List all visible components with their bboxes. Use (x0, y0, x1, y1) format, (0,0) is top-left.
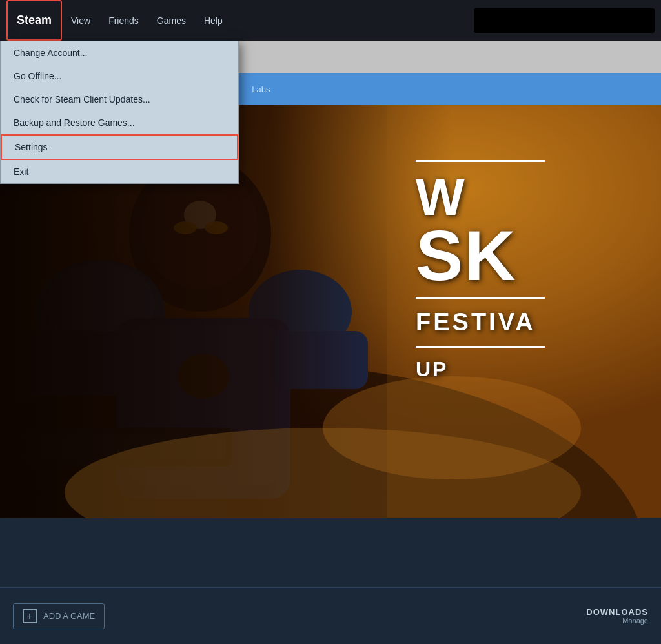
view-menu[interactable]: View (62, 0, 99, 41)
downloads-manage-label: Manage (586, 617, 648, 625)
hero-top-divider (416, 160, 545, 162)
settings-item[interactable]: Settings (1, 134, 238, 160)
hero-text-area: W SK FESTIVA UP (403, 137, 661, 394)
add-game-plus-icon: + (23, 609, 37, 623)
help-menu[interactable]: Help (195, 0, 232, 41)
user-account-area (474, 8, 655, 33)
go-offline-item[interactable]: Go Offline... (1, 65, 238, 88)
title-bar: Steam View Friends Games Help (0, 0, 661, 41)
exit-item[interactable]: Exit (1, 160, 238, 183)
backup-restore-item[interactable]: Backup and Restore Games... (1, 111, 238, 134)
games-menu[interactable]: Games (148, 0, 195, 41)
add-game-button[interactable]: + ADD A GAME (13, 603, 105, 629)
downloads-label: DOWNLOADS (586, 607, 648, 617)
bottom-bar: + ADD A GAME DOWNLOADS Manage (0, 587, 661, 644)
friends-menu[interactable]: Friends (99, 0, 148, 41)
add-game-label: ADD A GAME (43, 611, 95, 621)
hero-bottom-divider (416, 346, 545, 348)
change-account-item[interactable]: Change Account... (1, 41, 238, 65)
downloads-section[interactable]: DOWNLOADS Manage (586, 607, 648, 625)
hero-title-sk: SK (416, 223, 517, 287)
subnav-labs[interactable]: Labs (243, 73, 279, 105)
check-updates-item[interactable]: Check for Steam Client Updates... (1, 88, 238, 111)
steam-menu[interactable]: Steam (6, 0, 62, 41)
hero-subtitle-festiva: FESTIVA (416, 308, 536, 336)
hero-mid-divider (416, 297, 545, 299)
steam-dropdown-menu: Change Account... Go Offline... Check fo… (0, 41, 239, 184)
hero-subtitle-up: UP (416, 357, 448, 381)
